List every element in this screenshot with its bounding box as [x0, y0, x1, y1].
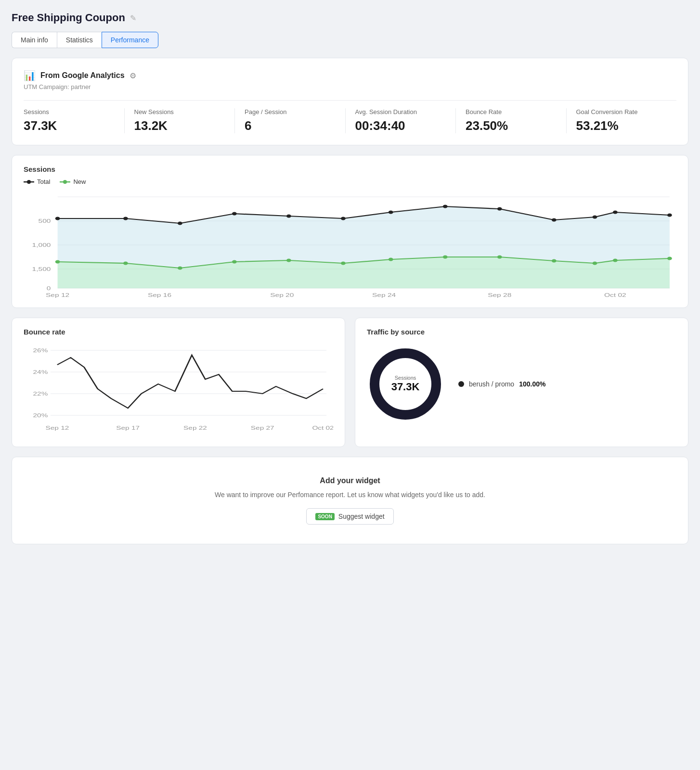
bounce-chart-title: Bounce rate [24, 328, 333, 336]
page-title: Free Shipping Coupon [12, 12, 125, 24]
svg-point-14 [55, 217, 60, 220]
tab-statistics[interactable]: Statistics [57, 32, 102, 48]
svg-text:20%: 20% [33, 412, 48, 418]
svg-text:26%: 26% [33, 347, 48, 353]
svg-point-29 [123, 262, 128, 265]
svg-point-37 [552, 259, 557, 263]
svg-point-38 [593, 262, 597, 265]
bounce-chart-svg: 26% 24% 22% 20% Sep 12 Sep 17 Sep 22 Sep… [24, 341, 333, 437]
sessions-chart-title: Sessions [24, 165, 676, 173]
svg-text:Sep 27: Sep 27 [251, 425, 274, 431]
svg-point-24 [593, 216, 597, 219]
google-analytics-icon: 📊 [24, 70, 36, 81]
metric-new-sessions-label: New Sessions [134, 108, 225, 116]
metric-goal-conversion-label: Goal Conversion Rate [576, 108, 667, 116]
traffic-source-name: berush / promo [469, 380, 514, 388]
metric-avg-session-label: Avg. Session Duration [355, 108, 446, 116]
svg-point-31 [232, 260, 237, 264]
legend-new-label: New [73, 178, 86, 185]
svg-point-20 [389, 211, 393, 214]
metric-bounce-rate: Bounce Rate 23.50% [466, 108, 567, 133]
svg-text:Sep 22: Sep 22 [183, 425, 207, 431]
settings-icon[interactable]: ⚙ [130, 71, 136, 80]
traffic-legend: berush / promo 100.00% [458, 380, 545, 388]
svg-text:Sep 28: Sep 28 [488, 292, 511, 298]
metric-page-session: Page / Session 6 [245, 108, 346, 133]
svg-point-34 [389, 258, 393, 261]
legend-new: New [60, 178, 86, 185]
svg-point-30 [178, 267, 182, 270]
svg-text:22%: 22% [33, 391, 48, 397]
svg-point-40 [667, 257, 672, 260]
metric-sessions-value: 37.3K [24, 118, 115, 133]
svg-text:500: 500 [39, 218, 51, 224]
metric-new-sessions: New Sessions 13.2K [134, 108, 235, 133]
metrics-row: Sessions 37.3K New Sessions 13.2K Page /… [24, 100, 676, 133]
svg-text:Sep 16: Sep 16 [148, 292, 171, 298]
tab-bar: Main info Statistics Performance [12, 32, 688, 48]
donut-center: Sessions 37.3K [391, 375, 420, 393]
donut-container: Sessions 37.3K berush / promo 100.00% [367, 341, 676, 423]
svg-text:1,500: 1,500 [32, 266, 51, 272]
legend-total: Total [24, 178, 50, 185]
traffic-source-pct: 100.00% [519, 380, 545, 388]
svg-point-39 [613, 259, 618, 262]
svg-point-36 [497, 256, 502, 259]
svg-point-22 [497, 207, 502, 211]
metric-page-session-value: 6 [245, 118, 336, 133]
analytics-header: 📊 From Google Analytics ⚙ [24, 70, 676, 81]
analytics-card: 📊 From Google Analytics ⚙ UTM Campaign: … [12, 58, 688, 145]
svg-point-25 [613, 211, 618, 214]
svg-point-1 [27, 180, 31, 184]
svg-text:Sep 12: Sep 12 [46, 292, 69, 298]
svg-point-3 [63, 180, 67, 184]
traffic-dot [458, 381, 464, 387]
legend-total-label: Total [37, 178, 50, 185]
metric-new-sessions-value: 13.2K [134, 118, 225, 133]
traffic-chart-title: Traffic by source [367, 328, 676, 336]
donut-wrapper: Sessions 37.3K [367, 346, 444, 423]
svg-text:0: 0 [47, 285, 51, 291]
svg-point-32 [286, 259, 291, 262]
svg-point-15 [123, 217, 128, 220]
tab-performance[interactable]: Performance [102, 32, 158, 48]
svg-text:1,000: 1,000 [32, 242, 51, 248]
donut-center-label: Sessions [391, 375, 420, 381]
svg-text:Sep 20: Sep 20 [270, 292, 294, 298]
svg-text:Sep 12: Sep 12 [46, 425, 69, 431]
suggest-widget-button[interactable]: SOON Suggest widget [306, 508, 393, 525]
svg-point-21 [443, 205, 448, 208]
page-header: Free Shipping Coupon ✎ [12, 12, 688, 24]
utm-label: UTM Campaign: partner [24, 83, 676, 90]
svg-text:Oct 02: Oct 02 [604, 292, 626, 298]
metric-bounce-rate-label: Bounce Rate [466, 108, 557, 116]
two-col-row: Bounce rate 26% 24% 22% 20% Sep 12 Sep 1… [12, 318, 688, 447]
suggest-widget-label: Suggest widget [338, 513, 385, 520]
metric-avg-session-value: 00:34:40 [355, 118, 446, 133]
svg-point-33 [341, 262, 346, 265]
svg-point-16 [178, 222, 182, 225]
soon-badge: SOON [315, 513, 334, 520]
traffic-card: Traffic by source Sessions 37.3K berush … [355, 318, 688, 447]
metric-sessions: Sessions 37.3K [24, 108, 125, 133]
svg-point-35 [443, 256, 448, 259]
svg-text:Sep 17: Sep 17 [116, 425, 140, 431]
svg-point-19 [341, 217, 346, 220]
metric-bounce-rate-value: 23.50% [466, 118, 557, 133]
edit-icon[interactable]: ✎ [130, 13, 136, 23]
sessions-chart-legend: Total New [24, 178, 676, 185]
metric-page-session-label: Page / Session [245, 108, 336, 116]
widget-card: Add your widget We want to improve our P… [12, 457, 688, 544]
widget-title: Add your widget [24, 476, 676, 485]
metric-goal-conversion: Goal Conversion Rate 53.21% [576, 108, 677, 133]
sessions-chart-svg: 1,500 1,000 500 0 [24, 192, 676, 298]
donut-center-value: 37.3K [391, 381, 420, 393]
metric-goal-conversion-value: 53.21% [576, 118, 667, 133]
bounce-rate-card: Bounce rate 26% 24% 22% 20% Sep 12 Sep 1… [12, 318, 345, 447]
metric-sessions-label: Sessions [24, 108, 115, 116]
widget-description: We want to improve our Perfomance report… [24, 491, 676, 499]
traffic-legend-item: berush / promo 100.00% [458, 380, 545, 388]
tab-main-info[interactable]: Main info [12, 32, 57, 48]
svg-point-28 [55, 260, 60, 264]
svg-text:24%: 24% [33, 369, 48, 375]
